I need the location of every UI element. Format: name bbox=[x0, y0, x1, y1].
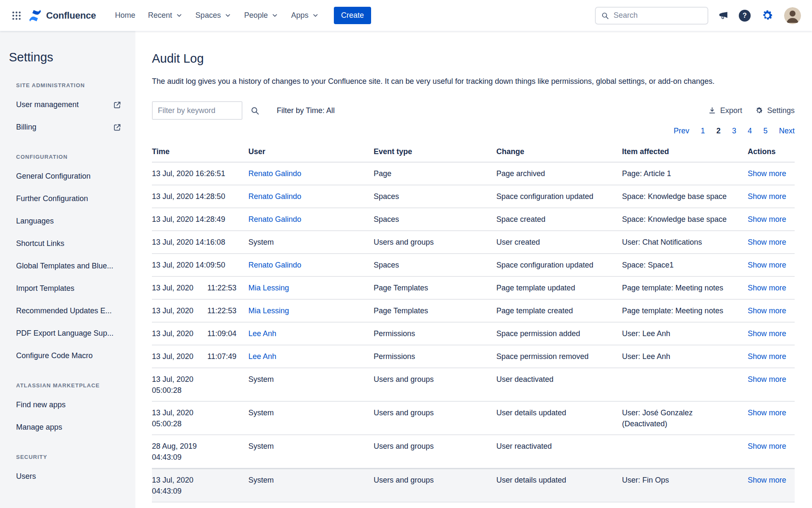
cell-event-type: Users and groups bbox=[374, 402, 496, 423]
user-profile-link[interactable]: Renato Galindo bbox=[248, 169, 301, 178]
cell-time: 13 Jul, 2020 14:16:08 bbox=[152, 231, 248, 253]
user-profile-link[interactable]: Lee Anh bbox=[248, 329, 276, 338]
pagination-page-2-current[interactable]: 2 bbox=[716, 127, 721, 135]
time-filter[interactable]: Filter by Time: All bbox=[277, 106, 335, 115]
cell-event-type: Page Templates bbox=[374, 277, 496, 298]
search-icon bbox=[601, 11, 609, 20]
cell-change: Page template created bbox=[496, 300, 622, 321]
table-row: 13 Jul, 2020SystemUsers and groupsUser d… bbox=[152, 502, 795, 508]
user-name: System bbox=[248, 476, 274, 484]
cell-actions: Show more bbox=[748, 345, 795, 367]
cell-time: 13 Jul, 202005:00:28 bbox=[152, 368, 248, 401]
sidebar-item-pdf-export-language-sup[interactable]: PDF Export Language Sup... bbox=[16, 322, 121, 345]
pagination-page-3[interactable]: 3 bbox=[732, 127, 736, 135]
cell-item-affected bbox=[622, 502, 748, 508]
filter-keyword-input[interactable] bbox=[152, 101, 242, 120]
show-more-link[interactable]: Show more bbox=[748, 169, 786, 178]
sidebar-item-user-management[interactable]: User management bbox=[16, 94, 121, 116]
help-icon[interactable]: ? bbox=[739, 10, 751, 22]
show-more-link[interactable]: Show more bbox=[748, 409, 786, 417]
sidebar-item-global-templates-and-blue[interactable]: Global Templates and Blue... bbox=[16, 255, 121, 277]
sidebar-item-import-templates[interactable]: Import Templates bbox=[16, 277, 121, 300]
page-description: The audit log gives you a history of cha… bbox=[152, 76, 795, 87]
nav-item-label: People bbox=[244, 11, 268, 20]
cell-event-type: Spaces bbox=[374, 208, 496, 230]
show-more-link[interactable]: Show more bbox=[748, 329, 786, 338]
show-more-link[interactable]: Show more bbox=[748, 192, 786, 201]
pagination-next[interactable]: Next bbox=[779, 127, 795, 135]
column-header-actions: Actions bbox=[748, 145, 795, 162]
sidebar-item-configure-code-macro[interactable]: Configure Code Macro bbox=[16, 345, 121, 367]
user-profile-link[interactable]: Renato Galindo bbox=[248, 192, 301, 201]
confluence-logo[interactable]: Confluence bbox=[25, 8, 103, 23]
sidebar-item-further-configuration[interactable]: Further Configuration bbox=[16, 188, 121, 210]
cell-time: 13 Jul, 202011:09:04 bbox=[152, 323, 248, 344]
page-title: Audit Log bbox=[152, 52, 795, 66]
announcements-megaphone-icon[interactable] bbox=[718, 11, 729, 21]
show-more-link[interactable]: Show more bbox=[748, 215, 786, 224]
chevron-down-icon bbox=[224, 12, 231, 19]
cell-item-affected: Page: Article 1 bbox=[622, 163, 748, 184]
cell-user: Renato Galindo bbox=[248, 254, 374, 276]
cell-item-affected: Space: Knowledge base space bbox=[622, 185, 748, 207]
cell-time: 13 Jul, 2020 16:26:51 bbox=[152, 163, 248, 184]
app-switcher-icon[interactable] bbox=[8, 7, 25, 25]
audit-settings-button[interactable]: Settings bbox=[755, 106, 795, 115]
nav-item-people[interactable]: People bbox=[238, 7, 285, 24]
cell-item-affected: User: Lee Anh bbox=[622, 323, 748, 344]
table-header-row: TimeUserEvent typeChangeItem affectedAct… bbox=[152, 145, 795, 163]
sidebar-item-manage-apps[interactable]: Manage apps bbox=[16, 416, 121, 439]
cell-user: System bbox=[248, 368, 374, 390]
pagination-page-4[interactable]: 4 bbox=[748, 127, 752, 135]
sidebar-item-shortcut-links[interactable]: Shortcut Links bbox=[16, 232, 121, 255]
sidebar-item-languages[interactable]: Languages bbox=[16, 210, 121, 232]
user-profile-link[interactable]: Renato Galindo bbox=[248, 261, 301, 269]
pagination-page-1[interactable]: 1 bbox=[701, 127, 705, 135]
cell-change: User reactivated bbox=[496, 435, 622, 457]
sidebar-title: Settings bbox=[9, 50, 121, 64]
cell-change: Space created bbox=[496, 208, 622, 230]
show-more-link[interactable]: Show more bbox=[748, 442, 786, 450]
cell-change: Page archived bbox=[496, 163, 622, 184]
show-more-link[interactable]: Show more bbox=[748, 476, 786, 484]
pagination-page-5[interactable]: 5 bbox=[763, 127, 768, 135]
settings-gear-icon[interactable] bbox=[761, 9, 774, 22]
sidebar-item-general-configuration[interactable]: General Configuration bbox=[16, 165, 121, 188]
sidebar-item-billing[interactable]: Billing bbox=[16, 116, 121, 138]
show-more-link[interactable]: Show more bbox=[748, 306, 786, 315]
nav-item-apps[interactable]: Apps bbox=[285, 7, 325, 24]
column-header-change: Change bbox=[496, 145, 622, 162]
sidebar-item-label: Languages bbox=[16, 217, 54, 226]
create-button[interactable]: Create bbox=[334, 7, 371, 24]
nav-item-spaces[interactable]: Spaces bbox=[189, 7, 238, 24]
user-profile-link[interactable]: Renato Galindo bbox=[248, 215, 301, 224]
column-header-event-type: Event type bbox=[374, 145, 496, 162]
profile-avatar[interactable] bbox=[784, 7, 801, 24]
pagination-prev[interactable]: Prev bbox=[674, 127, 689, 135]
table-row: 13 Jul, 2020 14:16:08SystemUsers and gro… bbox=[152, 231, 795, 254]
user-profile-link[interactable]: Lee Anh bbox=[248, 352, 276, 361]
export-icon bbox=[708, 106, 716, 115]
sidebar-item-recommended-updates-e[interactable]: Recommended Updates E... bbox=[16, 300, 121, 322]
search-input[interactable] bbox=[614, 11, 702, 20]
nav-item-label: Apps bbox=[291, 11, 308, 20]
pagination: Prev12345Next bbox=[152, 127, 795, 135]
nav-item-recent[interactable]: Recent bbox=[142, 7, 189, 24]
show-more-link[interactable]: Show more bbox=[748, 352, 786, 361]
show-more-link[interactable]: Show more bbox=[748, 375, 786, 384]
user-profile-link[interactable]: Mia Lessing bbox=[248, 284, 289, 292]
export-button[interactable]: Export bbox=[708, 106, 742, 115]
cell-actions: Show more bbox=[748, 300, 795, 321]
user-profile-link[interactable]: Mia Lessing bbox=[248, 306, 289, 315]
nav-item-home[interactable]: Home bbox=[109, 7, 142, 24]
sidebar-item-find-new-apps[interactable]: Find new apps bbox=[16, 394, 121, 416]
cell-event-type: Users and groups bbox=[374, 502, 496, 508]
sidebar-item-users[interactable]: Users bbox=[16, 465, 121, 488]
show-more-link[interactable]: Show more bbox=[748, 284, 786, 292]
external-link-icon bbox=[113, 123, 121, 132]
show-more-link[interactable]: Show more bbox=[748, 261, 786, 269]
sidebar-item-label: Billing bbox=[16, 123, 36, 132]
cell-change: User created bbox=[496, 231, 622, 253]
show-more-link[interactable]: Show more bbox=[748, 238, 786, 246]
search-icon[interactable] bbox=[250, 106, 260, 116]
